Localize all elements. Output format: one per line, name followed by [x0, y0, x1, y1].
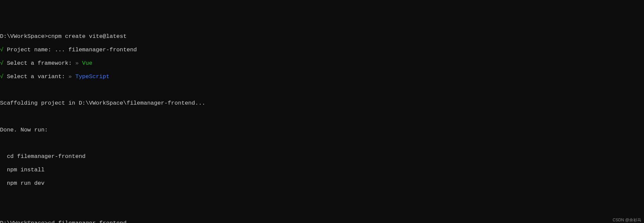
selected-value: TypeScript — [72, 73, 109, 80]
prompt-label: Project name: ... filemanager-frontend — [3, 47, 137, 53]
blank-line — [0, 113, 644, 120]
check-icon: √ — [0, 73, 3, 80]
line-done: Done. Now run: — [0, 127, 644, 133]
line-scaffolding: Scaffolding project in D:\VWorkSpace\fil… — [0, 100, 644, 107]
line-instruction: cd filemanager-frontend — [0, 153, 644, 160]
line-instruction: npm install — [0, 167, 644, 173]
line-variant: √ Select a variant: » TypeScript — [0, 73, 644, 80]
chevron-icon: » — [75, 60, 78, 66]
command-text: cnpm create vite@latest — [48, 33, 127, 40]
watermark-text: CSDN @余衫马 — [612, 218, 641, 222]
command-text: cd filemanager-frontend — [48, 220, 127, 223]
blank-line — [0, 140, 644, 147]
prompt-label: Select a framework: — [3, 60, 75, 66]
prompt-path: D:\VWorkSpace> — [0, 220, 48, 223]
check-icon: √ — [0, 47, 3, 53]
prompt-path: D:\VWorkSpace> — [0, 33, 48, 40]
line-instruction: npm run dev — [0, 180, 644, 187]
line-prompt-1: D:\VWorkSpace>cnpm create vite@latest — [0, 33, 644, 40]
line-framework: √ Select a framework: » Vue — [0, 60, 644, 67]
line-project-name: √ Project name: ... filemanager-frontend — [0, 47, 644, 53]
check-icon: √ — [0, 60, 3, 66]
selected-value: Vue — [79, 60, 93, 66]
chevron-icon: » — [68, 73, 72, 80]
line-prompt-2: D:\VWorkSpace>cd filemanager-frontend — [0, 220, 644, 223]
blank-line — [0, 193, 644, 200]
blank-line — [0, 207, 644, 213]
prompt-label: Select a variant: — [3, 73, 68, 80]
terminal-output[interactable]: D:\VWorkSpace>cnpm create vite@latest √ … — [0, 27, 644, 223]
blank-line — [0, 87, 644, 93]
